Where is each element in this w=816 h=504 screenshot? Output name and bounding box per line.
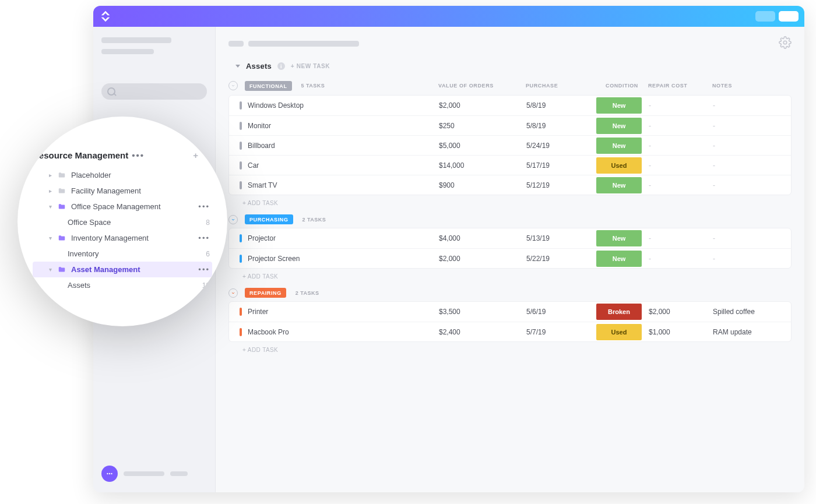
group-header: FUNCTIONAL5 TASKSVALUE OF ORDERSPURCHASE… — [228, 76, 792, 95]
sidebar-item-label: Assets — [68, 281, 90, 290]
status-chip[interactable]: REPAIRING — [245, 288, 286, 298]
column-header-repair_cost[interactable]: REPAIR COST — [648, 83, 712, 89]
cell-notes: Spilled coffee — [713, 308, 792, 316]
svg-point-3 — [783, 41, 787, 44]
chevron-icon[interactable]: ▸ — [48, 172, 52, 178]
more-icon[interactable]: ••• — [132, 150, 145, 160]
cell-value: $2,400 — [439, 328, 526, 336]
sidebar-list[interactable]: Assets10 — [33, 277, 212, 293]
cell-purchase: 5/8/19 — [526, 101, 596, 110]
sidebar-magnifier: Resource Management ••• + ▸Placeholder▸F… — [17, 117, 227, 326]
breadcrumb-toolbar — [216, 27, 804, 56]
cell-purchase: 5/17/19 — [526, 161, 596, 170]
sidebar-search[interactable] — [101, 83, 207, 100]
space-header[interactable]: Resource Management ••• + — [33, 150, 212, 160]
collapse-group-icon[interactable] — [228, 81, 238, 90]
sidebar-folder[interactable]: ▸Placeholder — [33, 167, 212, 183]
breadcrumb-skeleton — [248, 41, 359, 47]
chevron-icon[interactable]: ▾ — [48, 266, 52, 273]
status-group: PURCHASING2 TASKSProjector$4,0005/13/19N… — [228, 211, 792, 282]
column-header-value[interactable]: VALUE OF ORDERS — [438, 83, 526, 89]
task-count-label: 2 TASKS — [303, 217, 326, 223]
sidebar-folder[interactable]: ▾Asset Management••• — [33, 262, 212, 277]
task-row[interactable]: Car$14,0005/17/19Used--+ — [229, 155, 791, 175]
cell-value: $14,000 — [439, 161, 526, 170]
cell-notes: RAM update — [713, 328, 792, 336]
sidebar-folder[interactable]: ▸Facility Management — [33, 183, 212, 199]
sidebar-folder[interactable]: ▾Inventory Management••• — [33, 230, 212, 246]
status-chip[interactable]: PURCHASING — [245, 214, 293, 224]
column-header-condition[interactable]: CONDITION — [596, 83, 648, 89]
collapse-group-icon[interactable] — [228, 215, 238, 224]
chevron-icon[interactable]: ▸ — [48, 188, 52, 194]
condition-badge[interactable]: New — [596, 118, 642, 134]
window-control-min[interactable] — [755, 11, 775, 22]
collapse-group-icon[interactable] — [228, 288, 238, 298]
task-row[interactable]: Monitor$2505/8/19New--+ — [229, 115, 791, 135]
sidebar-list[interactable]: Office Space8 — [33, 214, 212, 230]
cell-notes: - — [713, 142, 792, 150]
task-rows: Windows Desktop$2,0005/8/19New--+Monitor… — [228, 95, 792, 195]
task-row[interactable]: Windows Desktop$2,0005/8/19New--+ — [229, 96, 791, 115]
more-icon[interactable]: ••• — [198, 202, 210, 211]
sidebar-folder[interactable]: ▾Office Space Management••• — [33, 199, 212, 214]
task-row[interactable]: Printer$3,5005/6/19Broken$2,000Spilled c… — [229, 302, 791, 322]
task-count-label: 2 TASKS — [296, 290, 319, 296]
task-name: Monitor — [248, 122, 271, 130]
status-bar — [240, 142, 242, 150]
more-icon[interactable]: ••• — [198, 265, 210, 274]
sidebar-item-label: Placeholder — [71, 171, 111, 179]
status-bar — [240, 255, 242, 263]
condition-badge[interactable]: New — [596, 177, 642, 193]
chat-bubble-icon[interactable] — [101, 466, 118, 482]
caret-down-icon[interactable] — [235, 65, 240, 68]
folder-icon — [57, 266, 66, 274]
task-row[interactable]: Projector Screen$2,0005/22/19New--+ — [229, 248, 791, 268]
cell-repair-cost: - — [649, 234, 713, 242]
column-header-notes[interactable]: NOTES — [712, 83, 804, 89]
status-bar — [240, 181, 242, 189]
add-space-icon[interactable]: + — [193, 150, 198, 160]
condition-badge[interactable]: Used — [596, 157, 642, 174]
condition-badge[interactable]: New — [596, 251, 642, 267]
column-header-purchase[interactable]: PURCHASE — [526, 83, 596, 89]
task-name: Windows Desktop — [248, 101, 304, 110]
condition-badge[interactable]: New — [596, 138, 642, 154]
group-header: REPAIRING2 TASKS — [228, 284, 792, 301]
status-bar — [240, 161, 242, 170]
sidebar-skeleton-line — [101, 49, 154, 54]
more-icon[interactable]: ••• — [198, 234, 210, 242]
cell-repair-cost: $2,000 — [649, 308, 713, 316]
add-task-button[interactable]: + ADD TASK — [228, 195, 792, 209]
task-row[interactable]: Billboard$5,0005/24/19New--+ — [229, 135, 791, 155]
condition-badge[interactable]: New — [596, 97, 642, 114]
cell-notes: - — [713, 122, 792, 130]
condition-badge[interactable]: New — [596, 230, 642, 246]
info-icon[interactable]: i — [277, 62, 285, 70]
task-row[interactable]: Projector$4,0005/13/19New--+ — [229, 228, 791, 248]
folder-icon — [57, 234, 66, 242]
cell-repair-cost: $1,000 — [649, 328, 713, 336]
settings-gear-icon[interactable] — [779, 36, 792, 51]
chevron-icon[interactable]: ▾ — [48, 203, 52, 210]
chevron-icon[interactable]: ▾ — [48, 235, 52, 241]
add-task-button[interactable]: + ADD TASK — [228, 269, 792, 282]
add-task-button[interactable]: + ADD TASK — [228, 342, 792, 355]
cell-value: $2,000 — [439, 255, 526, 263]
window-control-max[interactable] — [779, 11, 799, 22]
status-group: REPAIRING2 TASKSPrinter$3,5005/6/19Broke… — [228, 284, 792, 355]
condition-badge[interactable]: Broken — [596, 304, 642, 320]
clickup-logo-icon — [99, 10, 112, 23]
task-row[interactable]: Smart TV$9005/12/19New--+ — [229, 175, 791, 195]
sidebar-item-label: Asset Management — [71, 265, 140, 274]
search-space-icon[interactable] — [204, 150, 212, 160]
folder-icon — [57, 187, 66, 195]
cell-value: $900 — [439, 181, 526, 189]
cell-repair-cost: - — [649, 142, 713, 150]
status-chip[interactable]: FUNCTIONAL — [245, 81, 292, 91]
new-task-button[interactable]: + NEW TASK — [291, 63, 330, 69]
sidebar-list[interactable]: Inventory6 — [33, 246, 212, 262]
sidebar-skeleton-line — [124, 471, 164, 476]
task-row[interactable]: Macbook Pro$2,4005/7/19Used$1,000RAM upd… — [229, 322, 791, 341]
condition-badge[interactable]: Used — [596, 324, 642, 340]
